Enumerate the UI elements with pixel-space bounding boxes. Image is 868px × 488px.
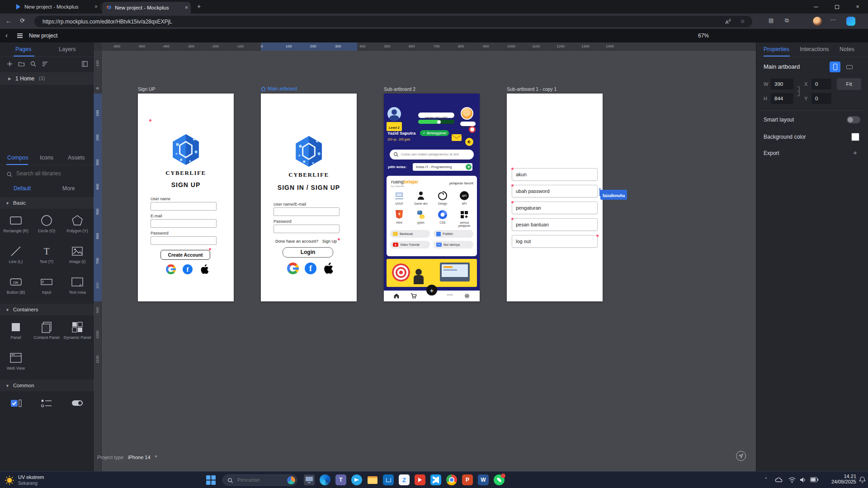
banksoal-button[interactable]: Banksoal <box>390 230 430 238</box>
cyberlife-logo[interactable] <box>171 133 201 166</box>
comment-dot[interactable] <box>338 238 340 240</box>
component-panel[interactable]: Panel <box>1 318 31 346</box>
taskbar-app-monitor[interactable] <box>304 474 315 485</box>
subject-html[interactable]: 5 Html <box>388 209 410 224</box>
y-input[interactable]: 0 <box>811 93 831 104</box>
add-export-icon[interactable]: + <box>853 149 857 156</box>
brand-name[interactable]: CYBERLIFE <box>261 171 357 178</box>
password-input[interactable] <box>151 236 217 245</box>
taskbar-search-input[interactable] <box>236 477 282 483</box>
password-input[interactable] <box>274 225 340 233</box>
video-tutorial-button[interactable]: Video Tutorial <box>390 241 430 249</box>
menu-item-pesan-bantuan[interactable]: pesan bantuan <box>512 218 598 231</box>
comment-dot[interactable] <box>209 248 211 250</box>
collections-icon[interactable]: ▤ <box>769 17 774 23</box>
start-button[interactable] <box>206 475 216 485</box>
google-icon[interactable] <box>166 264 176 274</box>
subject-gamedev[interactable]: Game dev <box>410 190 432 205</box>
constrain-link-icon[interactable] <box>796 86 801 97</box>
pet-avatar[interactable] <box>461 107 473 120</box>
mail-icon[interactable] <box>452 134 462 141</box>
editor-back-icon[interactable]: ‹ <box>5 31 8 39</box>
add-button[interactable]: + <box>426 285 437 296</box>
create-account-button[interactable]: Create Account <box>160 250 210 260</box>
refresh-icon[interactable]: ⟳ <box>20 17 25 24</box>
component-line[interactable]: Line (L) <box>1 242 31 270</box>
subject-uiux[interactable]: UI/UX <box>388 190 410 205</box>
artboard-main[interactable]: CYBERLIFE SIGN IN / SIGN UP User name/E-… <box>261 94 357 301</box>
recenter-button[interactable] <box>736 451 746 461</box>
taskbar-app-powerpoint[interactable]: P <box>462 474 473 485</box>
subject-api[interactable]: API API <box>453 190 475 205</box>
subject-design[interactable]: Design <box>432 190 453 205</box>
new-tab-icon[interactable]: + <box>197 3 201 10</box>
tab-layers[interactable]: Layers <box>59 46 76 52</box>
username-email-input[interactable] <box>274 207 340 216</box>
taskbar-app-youtube[interactable] <box>415 474 425 485</box>
menu-item-pengaturan[interactable]: pengaturan <box>512 202 598 214</box>
tab-pages[interactable]: Pages <box>15 46 31 52</box>
filter-more[interactable]: More <box>62 185 75 192</box>
google-icon[interactable] <box>287 263 299 274</box>
section-containers-header[interactable]: ▼Containers <box>0 304 94 315</box>
taskbar-search[interactable] <box>222 474 297 486</box>
window-minimize-icon[interactable] <box>806 0 826 14</box>
brand-name[interactable]: CYBERLIFE <box>138 169 234 177</box>
background-color-swatch[interactable] <box>851 133 859 141</box>
component-image[interactable]: Image (I) <box>62 242 92 270</box>
menu-item-log-out[interactable]: log out <box>512 235 598 248</box>
component-switch[interactable] <box>62 394 92 422</box>
home-nav-icon[interactable] <box>393 292 400 300</box>
component-text[interactable]: T Text (T) <box>32 242 61 270</box>
tab-notes[interactable]: Notes <box>840 46 854 52</box>
menu-icon[interactable] <box>17 35 23 36</box>
portrait-orientation-icon[interactable] <box>830 61 840 72</box>
taskbar-app-whatsapp[interactable] <box>494 474 505 485</box>
tab-assets[interactable]: Assets <box>68 155 85 161</box>
apple-icon[interactable] <box>199 264 210 275</box>
sort-list-icon[interactable] <box>42 61 48 67</box>
component-rectangle[interactable]: Rectangle (R) <box>1 211 31 239</box>
field-label[interactable]: Password <box>151 231 169 235</box>
subject-all[interactable]: semua pelajaran <box>453 209 475 227</box>
artboard-sub2[interactable]: Level 2 kerjain misi yukk! level. 12 Yaz… <box>384 94 480 301</box>
taskbar-app-explorer[interactable] <box>367 474 378 485</box>
artboard-title[interactable]: SIGN IN / SIGN UP <box>261 184 357 191</box>
artboard-title[interactable]: SIGN UP <box>138 181 234 188</box>
promo-banner[interactable] <box>387 259 477 287</box>
taskbar-app-store[interactable] <box>383 474 394 485</box>
copilot-icon[interactable] <box>846 17 855 26</box>
taskbar-app-teams[interactable]: T <box>335 474 346 485</box>
field-label[interactable]: User name <box>151 197 170 201</box>
browser-tab-2[interactable]: rp New project - Mockplus × <box>102 2 191 14</box>
onedrive-cloud-icon[interactable] <box>775 477 783 483</box>
more-dots-icon[interactable]: ••• <box>447 292 453 297</box>
back-icon[interactable]: ← <box>5 17 12 24</box>
component-circle[interactable]: Circle (O) <box>32 211 61 239</box>
class-dropdown[interactable]: Kelas IT - Programming <box>413 163 472 171</box>
component-dynamic-panel[interactable]: Dynamic Panel <box>62 318 92 346</box>
apple-icon[interactable] <box>322 262 335 275</box>
signup-link[interactable]: Sign Up <box>322 239 337 244</box>
landscape-orientation-icon[interactable] <box>844 61 855 72</box>
subject-css[interactable]: CSS <box>432 209 453 224</box>
filter-default[interactable]: Default <box>14 185 31 192</box>
login-button[interactable]: Login <box>283 247 333 258</box>
tab-compos[interactable]: Compos <box>7 155 28 161</box>
facebook-icon[interactable]: f <box>305 263 316 274</box>
taskbar-app-zoom[interactable]: Z <box>399 474 410 485</box>
artboard-label-signup[interactable]: Sign UP <box>138 86 156 92</box>
component-checkbox[interactable] <box>1 394 31 422</box>
clock[interactable]: 14.21 24/09/2025 <box>825 474 856 487</box>
window-maximize-icon[interactable] <box>826 0 847 14</box>
field-label[interactable]: Password <box>274 219 292 224</box>
taskbar-app-chrome[interactable] <box>446 474 457 485</box>
window-close-icon[interactable]: × <box>847 0 868 14</box>
record-icon[interactable] <box>469 126 476 133</box>
tray-chevron-icon[interactable]: ⌃ <box>764 477 768 482</box>
settings-gear-icon[interactable] <box>463 292 471 300</box>
app-search-bar[interactable]: Coba cari materi pelajaranmu di sini <box>390 150 474 160</box>
page-settings-icon[interactable] <box>81 61 88 67</box>
cyberlife-logo[interactable] <box>294 135 324 168</box>
read-aloud-icon[interactable]: A∂ <box>725 18 731 25</box>
